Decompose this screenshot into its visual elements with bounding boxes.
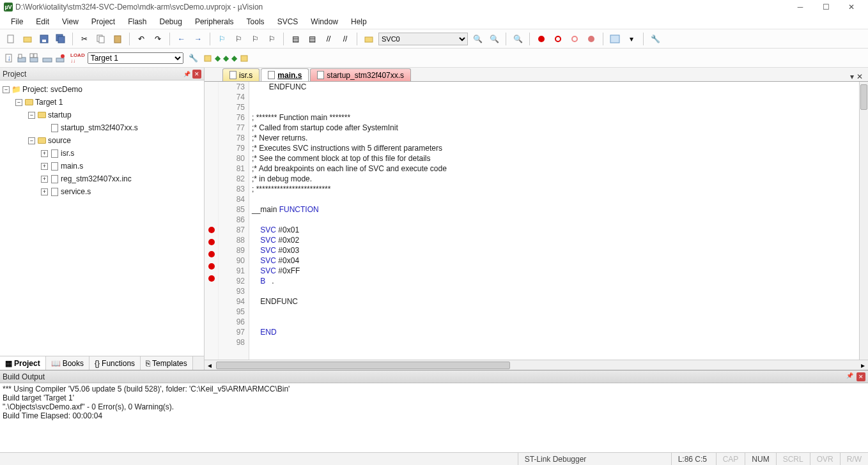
manage-layers-button[interactable] [240,54,249,63]
code-line[interactable]: ENDFUNC [249,82,859,92]
expand-icon[interactable]: + [41,188,48,195]
maximize-button[interactable]: ☐ [813,0,839,14]
menu-svcs[interactable]: SVCS [272,15,304,28]
expand-icon[interactable]: + [41,176,48,183]
target-select[interactable]: Target 1 [88,52,183,64]
editor-tab[interactable]: main.s [261,68,309,81]
tree-file[interactable]: +service.s [0,185,204,198]
menu-view[interactable]: View [56,15,84,28]
open-file-button[interactable] [20,32,35,46]
menu-debug[interactable]: Debug [154,15,188,28]
nav-back-button[interactable]: ← [174,32,189,46]
find-combo[interactable]: SVC0 [378,33,468,45]
code-line[interactable]: B . [249,276,859,286]
project-tree[interactable]: − 📁 Project: svcDemo − Target 1 − startu… [0,80,204,356]
select-pack-button[interactable]: ◆ [223,54,229,63]
bookmark-clear-button[interactable]: ⚐ [265,32,279,46]
code-line[interactable]: SVC #0x04 [249,255,859,266]
download-button[interactable]: LOAD↓↓ [70,52,85,64]
collapse-icon[interactable]: − [3,86,10,93]
code-line[interactable]: ENDFUNC [249,296,859,307]
tree-root[interactable]: − 📁 Project: svcDemo [0,83,204,96]
find-button[interactable]: 🔍 [470,32,484,46]
build-button[interactable] [17,53,27,63]
project-tab-project[interactable]: ▦Project [0,356,46,370]
breakpoint-marker[interactable] [208,251,215,257]
menu-edit[interactable]: Edit [30,15,55,28]
tree-file[interactable]: +reg_stm32f407xx.inc [0,172,204,185]
paste-button[interactable] [111,32,125,46]
code-line[interactable] [249,102,859,112]
code-line[interactable]: SVC #0x03 [249,245,859,255]
window-layout-button[interactable] [608,32,622,46]
tab-close-button[interactable]: ✕ [856,72,863,81]
breakpoint-disable-button[interactable] [568,32,582,46]
code-line[interactable]: ;* Executes SVC instructions with 5 diff… [249,143,859,153]
collapse-icon[interactable]: − [28,112,35,119]
collapse-icon[interactable]: − [28,137,35,144]
expand-icon[interactable]: + [41,150,48,157]
uncomment-button[interactable]: // [338,32,352,46]
horizontal-scrollbar[interactable]: ◂ ▸ [205,360,868,370]
expand-icon[interactable]: + [41,163,48,170]
code-line[interactable] [249,92,859,102]
breakpoint-insert-button[interactable] [534,32,548,46]
pin-icon[interactable]: 📌 [182,70,191,79]
tab-list-dropdown[interactable]: ▾ [850,72,854,81]
breakpoint-marker[interactable] [208,227,215,233]
code-line[interactable] [249,307,859,317]
breakpoint-marker[interactable] [208,275,215,282]
project-tab-functions[interactable]: {}Functions [89,356,141,370]
code-line[interactable] [249,286,859,296]
code-line[interactable] [249,317,859,327]
tree-file[interactable]: +isr.s [0,147,204,160]
undo-button[interactable]: ↶ [134,32,148,46]
panel-close-button[interactable]: ✕ [856,372,865,381]
pin-icon[interactable]: 📌 [846,372,855,381]
code-line[interactable]: __main FUNCTION [249,204,859,215]
build-output-content[interactable]: *** Using Compiler 'V5.06 update 5 (buil… [0,383,868,452]
code-line[interactable] [249,194,859,204]
save-button[interactable] [37,32,51,46]
manage-rte-button[interactable]: ◆ [215,54,221,63]
menu-file[interactable]: File [5,15,29,28]
rebuild-button[interactable] [29,53,40,63]
incremental-find-button[interactable]: 🔍 [487,32,501,46]
menu-tools[interactable]: Tools [241,15,270,28]
code-line[interactable]: ;* See the comment block at top of this … [249,153,859,164]
code-line[interactable]: SVC #0xFF [249,266,859,276]
menu-window[interactable]: Window [305,15,344,28]
code-line[interactable]: ; ************************* [249,184,859,194]
menu-project[interactable]: Project [86,15,121,28]
code-line[interactable]: ;* Called from startup code after System… [249,123,859,133]
stop-build-button[interactable] [55,53,65,63]
bookmark-button[interactable]: ⚐ [215,32,229,46]
editor-tab[interactable]: startup_stm32f407xx.s [310,68,411,81]
vertical-scrollbar[interactable] [859,82,868,360]
collapse-icon[interactable]: − [15,99,22,106]
batch-build-button[interactable] [42,53,52,63]
bookmark-next-button[interactable]: ⚐ [248,32,262,46]
save-all-button[interactable] [54,32,68,46]
tree-file[interactable]: startup_stm32f407xx.s [0,121,204,134]
outdent-button[interactable]: ▤ [305,32,319,46]
indent-button[interactable]: ▤ [288,32,302,46]
cut-button[interactable]: ✂ [77,32,91,46]
breakpoint-marker[interactable] [208,263,215,270]
breakpoint-marker[interactable] [208,239,215,245]
code-line[interactable]: SVC #0x01 [249,225,859,235]
menu-peripherals[interactable]: Peripherals [189,15,240,28]
breakpoint-enable-button[interactable] [551,32,565,46]
debug-button[interactable]: 🔍 [511,32,525,46]
breakpoint-kill-button[interactable] [584,32,598,46]
pack-installer-button[interactable]: ◆ [231,54,237,63]
menu-help[interactable]: Help [345,15,373,28]
tree-target[interactable]: − Target 1 [0,96,204,109]
editor-content[interactable]: 7374757677787980818283848586878889909192… [205,82,868,360]
code-line[interactable]: ;* Never returns. [249,133,859,143]
code-line[interactable] [249,337,859,347]
new-file-button[interactable] [4,32,18,46]
copy-button[interactable] [94,32,108,46]
tree-group-startup[interactable]: − startup [0,109,204,121]
tree-group-source[interactable]: − source [0,134,204,147]
